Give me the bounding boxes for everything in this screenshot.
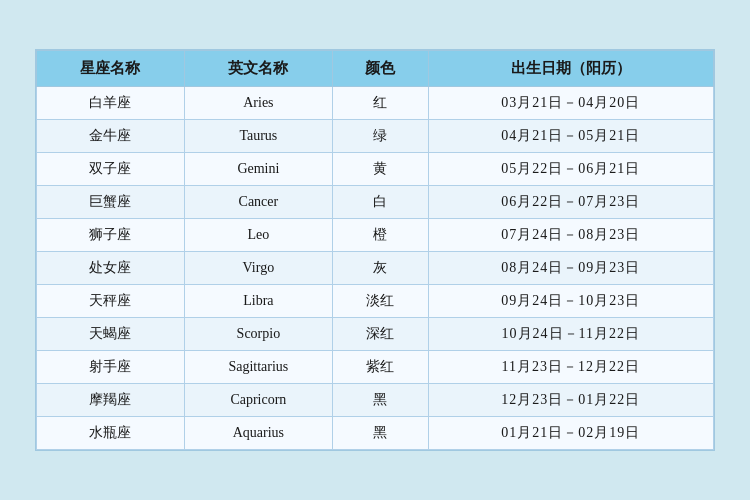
- table-row: 双子座Gemini黄05月22日－06月21日: [37, 153, 714, 186]
- table-row: 巨蟹座Cancer白06月22日－07月23日: [37, 186, 714, 219]
- cell-english-name: Taurus: [184, 120, 332, 153]
- zodiac-table: 星座名称 英文名称 颜色 出生日期（阳历） 白羊座Aries红03月21日－04…: [36, 50, 714, 450]
- cell-color: 黑: [332, 417, 428, 450]
- table-body: 白羊座Aries红03月21日－04月20日金牛座Taurus绿04月21日－0…: [37, 87, 714, 450]
- cell-birth-dates: 08月24日－09月23日: [428, 252, 713, 285]
- cell-color: 橙: [332, 219, 428, 252]
- cell-english-name: Virgo: [184, 252, 332, 285]
- cell-chinese-name: 双子座: [37, 153, 185, 186]
- cell-birth-dates: 05月22日－06月21日: [428, 153, 713, 186]
- cell-birth-dates: 03月21日－04月20日: [428, 87, 713, 120]
- cell-english-name: Sagittarius: [184, 351, 332, 384]
- cell-chinese-name: 巨蟹座: [37, 186, 185, 219]
- table-row: 天秤座Libra淡红09月24日－10月23日: [37, 285, 714, 318]
- cell-color: 绿: [332, 120, 428, 153]
- table-row: 白羊座Aries红03月21日－04月20日: [37, 87, 714, 120]
- cell-english-name: Scorpio: [184, 318, 332, 351]
- cell-chinese-name: 处女座: [37, 252, 185, 285]
- header-color: 颜色: [332, 51, 428, 87]
- cell-english-name: Aquarius: [184, 417, 332, 450]
- cell-birth-dates: 06月22日－07月23日: [428, 186, 713, 219]
- cell-color: 黑: [332, 384, 428, 417]
- cell-birth-dates: 10月24日－11月22日: [428, 318, 713, 351]
- cell-color: 红: [332, 87, 428, 120]
- cell-birth-dates: 07月24日－08月23日: [428, 219, 713, 252]
- table-row: 摩羯座Capricorn黑12月23日－01月22日: [37, 384, 714, 417]
- zodiac-table-container: 星座名称 英文名称 颜色 出生日期（阳历） 白羊座Aries红03月21日－04…: [35, 49, 715, 451]
- cell-english-name: Gemini: [184, 153, 332, 186]
- cell-chinese-name: 摩羯座: [37, 384, 185, 417]
- cell-chinese-name: 天蝎座: [37, 318, 185, 351]
- cell-color: 黄: [332, 153, 428, 186]
- cell-chinese-name: 水瓶座: [37, 417, 185, 450]
- cell-english-name: Libra: [184, 285, 332, 318]
- cell-color: 灰: [332, 252, 428, 285]
- cell-english-name: Capricorn: [184, 384, 332, 417]
- header-birth-date: 出生日期（阳历）: [428, 51, 713, 87]
- table-row: 天蝎座Scorpio深红10月24日－11月22日: [37, 318, 714, 351]
- cell-color: 白: [332, 186, 428, 219]
- header-chinese-name: 星座名称: [37, 51, 185, 87]
- cell-color: 紫红: [332, 351, 428, 384]
- cell-chinese-name: 金牛座: [37, 120, 185, 153]
- cell-color: 淡红: [332, 285, 428, 318]
- table-row: 水瓶座Aquarius黑01月21日－02月19日: [37, 417, 714, 450]
- cell-chinese-name: 白羊座: [37, 87, 185, 120]
- cell-birth-dates: 12月23日－01月22日: [428, 384, 713, 417]
- table-row: 处女座Virgo灰08月24日－09月23日: [37, 252, 714, 285]
- cell-color: 深红: [332, 318, 428, 351]
- cell-english-name: Aries: [184, 87, 332, 120]
- table-row: 金牛座Taurus绿04月21日－05月21日: [37, 120, 714, 153]
- cell-chinese-name: 狮子座: [37, 219, 185, 252]
- cell-birth-dates: 09月24日－10月23日: [428, 285, 713, 318]
- cell-birth-dates: 01月21日－02月19日: [428, 417, 713, 450]
- cell-birth-dates: 11月23日－12月22日: [428, 351, 713, 384]
- cell-chinese-name: 天秤座: [37, 285, 185, 318]
- cell-english-name: Cancer: [184, 186, 332, 219]
- table-row: 狮子座Leo橙07月24日－08月23日: [37, 219, 714, 252]
- table-row: 射手座Sagittarius紫红11月23日－12月22日: [37, 351, 714, 384]
- cell-english-name: Leo: [184, 219, 332, 252]
- cell-birth-dates: 04月21日－05月21日: [428, 120, 713, 153]
- table-header-row: 星座名称 英文名称 颜色 出生日期（阳历）: [37, 51, 714, 87]
- cell-chinese-name: 射手座: [37, 351, 185, 384]
- header-english-name: 英文名称: [184, 51, 332, 87]
